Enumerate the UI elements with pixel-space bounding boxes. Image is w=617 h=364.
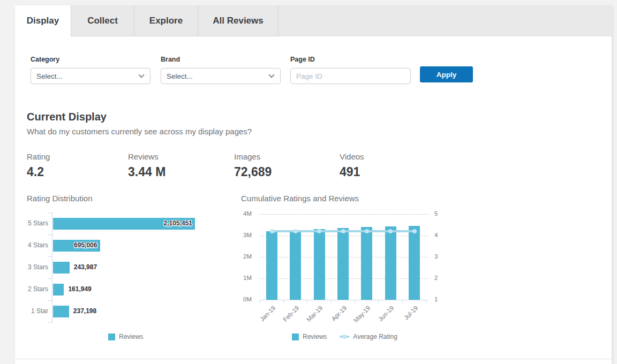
x-axis-tick (283, 300, 284, 303)
x-axis-label: Mar-19 (297, 305, 324, 332)
metric-videos-value: 491 (340, 165, 364, 179)
reviews-bar (314, 229, 325, 300)
brand-filter-group: Brand Select... (161, 56, 281, 84)
x-axis-tick (331, 300, 332, 303)
metric-reviews-label: Reviews (128, 152, 165, 161)
bar-value-label: 237,198 (73, 307, 96, 315)
legend-item-average-rating[interactable]: Average Rating (340, 333, 397, 340)
y-axis-line (52, 213, 52, 323)
right-axis-label: 2 (434, 275, 438, 281)
brand-select[interactable]: Select... (161, 68, 281, 84)
x-axis-label: Jan-19 (249, 305, 276, 332)
x-axis-label: Jul-19 (392, 305, 419, 332)
metric-rating-value: 4.2 (27, 165, 50, 179)
category-label: 4 Stars (27, 241, 48, 249)
cumulative-chart-legend: Reviews Average Rating (292, 333, 397, 340)
reviews-bar (385, 226, 396, 300)
category-label: 5 Stars (27, 219, 48, 227)
tab-all-reviews-label: All Reviews (213, 16, 264, 26)
page-subtitle: What do my customers currently see acros… (27, 127, 252, 136)
x-axis-tick (402, 300, 403, 303)
reviews-bar (53, 306, 69, 317)
tab-bar: Display Collect Explore All Reviews (15, 5, 612, 36)
rating-distribution-legend: Reviews (108, 333, 143, 340)
reviews-bar (53, 284, 64, 295)
tab-collect-label: Collect (87, 16, 118, 26)
x-axis-label: Feb-19 (273, 305, 300, 332)
bar-value-label: 2,105,451 (164, 219, 192, 227)
x-axis-label: May-19 (344, 305, 371, 332)
reviews-bar (290, 230, 301, 300)
brand-label: Brand (161, 56, 281, 63)
reviews-bar (337, 228, 349, 300)
x-axis-tick (307, 300, 307, 303)
metric-rating-label: Rating (27, 152, 50, 161)
tab-collect[interactable]: Collect (71, 5, 134, 36)
reviews-legend-label: Reviews (303, 333, 327, 340)
category-select[interactable]: Select... (31, 68, 151, 84)
reviews-bar (266, 231, 277, 300)
cumulative-chart-title: Cumulative Ratings and Reviews (241, 194, 359, 203)
x-axis-line (260, 300, 428, 300)
y-axis-tick (48, 278, 52, 279)
reviews-legend-label: Reviews (119, 333, 143, 340)
metric-reviews: Reviews 3.44 M (128, 152, 165, 179)
chevron-down-icon (268, 72, 274, 78)
tab-explore-label: Explore (149, 16, 183, 26)
content-card: Display Collect Explore All Reviews Cate… (15, 5, 612, 364)
category-label: 3 Stars (27, 263, 48, 271)
tab-explore[interactable]: Explore (134, 5, 198, 36)
metric-rating: Rating 4.2 (27, 152, 50, 179)
metric-videos: Videos 491 (340, 152, 364, 179)
chevron-down-icon (138, 72, 144, 78)
reviews-legend-swatch (292, 333, 299, 340)
page-id-filter-group: Page ID (290, 56, 411, 84)
category-label: Category (31, 56, 151, 63)
reviews-bar (53, 262, 70, 274)
right-axis-label: 1 (434, 296, 438, 302)
metric-videos-label: Videos (340, 152, 364, 161)
page-title: Current Display (27, 111, 107, 123)
average-rating-marker (270, 229, 274, 233)
legend-item-reviews[interactable]: Reviews (292, 333, 327, 340)
left-axis-label: 3M (226, 232, 252, 238)
tab-display[interactable]: Display (15, 5, 71, 36)
category-label: 1 Star (27, 307, 48, 315)
bar-value-label: 695,006 (74, 241, 97, 249)
y-axis-tick (48, 300, 52, 301)
y-axis-tick (48, 322, 52, 323)
left-axis-label: 4M (226, 210, 252, 217)
rating-distribution-title: Rating Distribution (27, 194, 93, 203)
apply-button[interactable]: Apply (420, 66, 473, 82)
section-divider (15, 359, 612, 359)
reviews-bar (361, 227, 372, 300)
y-axis-tick (48, 213, 52, 213)
average-rating-marker (365, 229, 369, 233)
tab-all-reviews[interactable]: All Reviews (198, 5, 279, 36)
reviews-bar (409, 226, 420, 300)
category-filter-group: Category Select... (31, 56, 151, 84)
x-axis-label: Apr-19 (320, 305, 348, 332)
metric-images-value: 72,689 (234, 165, 272, 179)
category-label: 2 Stars (27, 285, 48, 293)
y-axis-tick (48, 256, 52, 257)
page-id-input[interactable] (290, 68, 411, 84)
left-axis-label: 0M (226, 296, 252, 302)
bar-value-label: 243,987 (74, 263, 97, 271)
tab-display-label: Display (27, 16, 59, 26)
right-axis-label: 4 (434, 232, 438, 238)
x-axis-tick (378, 300, 379, 303)
right-axis-label: 5 (434, 210, 438, 217)
x-axis-tick (355, 300, 355, 303)
reviews-legend-swatch (108, 333, 115, 340)
x-axis-tick (426, 300, 426, 303)
average-rating-legend-label: Average Rating (353, 333, 397, 340)
right-axis-label: 3 (434, 253, 438, 260)
category-select-value: Select... (36, 72, 63, 80)
gridline (260, 214, 428, 215)
left-axis-label: 1M (226, 275, 252, 281)
legend-item-reviews[interactable]: Reviews (108, 333, 143, 340)
page-id-label: Page ID (290, 56, 411, 63)
average-rating-marker (294, 229, 298, 233)
x-axis-label: Jun-19 (368, 305, 395, 332)
